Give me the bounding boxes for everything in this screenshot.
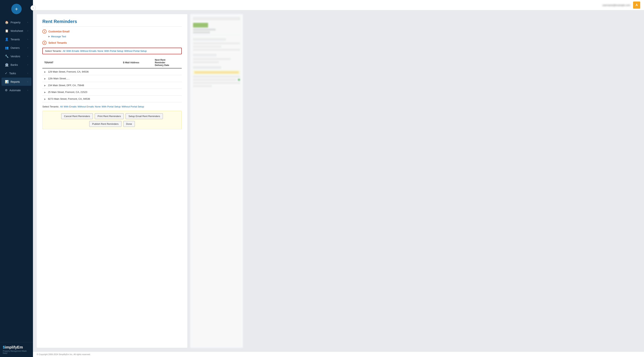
- row-expand-icon: ▶: [44, 84, 46, 87]
- sidebar-item-tenants[interactable]: 👤 Tenants ›: [2, 35, 32, 43]
- step1-header: 1 Customize Email: [42, 30, 182, 34]
- message-text-link[interactable]: Message Text: [51, 35, 66, 38]
- logo-text: implifyEm: [5, 345, 23, 349]
- filter-link-none[interactable]: None: [97, 50, 103, 52]
- tenants-table: TENANT E-Mail Address Next Rent Reminder…: [42, 57, 182, 102]
- step1-number: 1: [42, 30, 46, 34]
- sidebar-toggle-button[interactable]: ‹: [30, 5, 36, 11]
- table-row[interactable]: ▶ 234 Main Street, DFF, CA, 75648: [42, 82, 182, 89]
- bottom-filter-link-all[interactable]: All: [60, 105, 63, 108]
- chevron-right-icon-4: ›: [28, 47, 28, 49]
- tenant-delivery-date: [153, 68, 182, 75]
- table-row[interactable]: ▶ 8273 Main Street, Fremont, CA, 94536: [42, 96, 182, 102]
- chevron-right-icon-2: ›: [28, 30, 28, 32]
- tenant-email: [121, 75, 153, 82]
- setup-email-rent-reminders-button[interactable]: Setup Email Rent Reminders: [126, 113, 163, 119]
- step1-label: Customize Email: [48, 30, 70, 33]
- chevron-right-icon-3: ›: [28, 38, 28, 40]
- sidebar-item-tasks[interactable]: ✓ Tasks ›: [2, 69, 32, 77]
- sidebar-item-label-automate: Automate: [10, 89, 21, 92]
- sidebar-item-banks[interactable]: 🏦 Banks ›: [2, 61, 32, 69]
- step2-label: Select Tenants: [48, 41, 67, 44]
- tasks-icon: ✓: [5, 72, 7, 75]
- col-header-tenant: TENANT: [42, 57, 121, 68]
- main-panel: Rent Reminders 1 Customize Email ▶ Messa…: [37, 14, 187, 348]
- filter-link-without-emails[interactable]: Without Emails: [80, 50, 96, 52]
- tenant-delivery-date: [153, 96, 182, 102]
- tenant-email: [121, 82, 153, 89]
- tenant-address: ▶ 234 Main Street, DFF, CA, 75648: [42, 82, 121, 89]
- col-header-next-rent: Next Rent Reminder Delivery Date: [153, 57, 182, 68]
- table-row[interactable]: ▶ 25 Main Street, Fremont, CA, 21523: [42, 89, 182, 96]
- chevron-right-icon-7: ›: [28, 72, 28, 74]
- owners-icon: 👥: [5, 46, 9, 50]
- sidebar-item-worksheet[interactable]: 📋 Worksheet ›: [2, 27, 32, 35]
- row-expand-icon: ▶: [44, 78, 46, 80]
- sidebar-item-vendors[interactable]: 🔧 Vendors ›: [2, 52, 32, 60]
- print-rent-reminders-button[interactable]: Print Rent Reminders: [95, 113, 124, 119]
- topbar-avatar[interactable]: A: [633, 2, 640, 9]
- bottom-filter-link-with-portal[interactable]: With Portal Setup: [102, 105, 121, 108]
- tenant-address: ▶ 25 Main Street, Fremont, CA, 21523: [42, 89, 121, 96]
- sidebar-item-automate[interactable]: ⚙ Automate ›: [2, 86, 32, 94]
- chevron-right-icon-6: ›: [28, 64, 28, 66]
- content-area: Rent Reminders 1 Customize Email ▶ Messa…: [33, 10, 644, 351]
- filter-link-with-portal[interactable]: With Portal Setup: [104, 50, 123, 52]
- right-panel-section-4: [193, 66, 240, 87]
- filter-link-with-emails[interactable]: With Emails: [66, 50, 79, 52]
- bottom-filter-label: Select Tenants:: [42, 105, 59, 108]
- chevron-right-icon-9: ›: [28, 89, 28, 91]
- table-row[interactable]: ▶ 129 Main Street, Fremont, CA, 94536: [42, 68, 182, 75]
- banks-icon: 🏦: [5, 63, 9, 67]
- row-expand-icon: ▶: [44, 71, 46, 73]
- sidebar-bottom: $implifyEm Property Management Made Easy…: [0, 342, 33, 357]
- tenants-icon: 👤: [5, 38, 9, 41]
- filter-link-without-portal[interactable]: Without Portal Setup: [124, 50, 147, 52]
- footer: © Copyright 2006-2024 SimplifyEm Inc. Al…: [33, 351, 644, 357]
- chevron-right-icon-8: ›: [28, 81, 28, 83]
- cancel-rent-reminders-button[interactable]: Cancel Rent Reminders: [61, 113, 93, 119]
- top-filter-bar: Select Tenants: All With Emails Without …: [42, 48, 182, 54]
- sidebar-item-label-tenants: Tenants: [10, 38, 20, 41]
- step1-section: 1 Customize Email ▶ Message Text: [42, 30, 182, 38]
- sidebar: ‹ + 🏠 Property › 📋 Worksheet › 👤 Tenants…: [0, 0, 33, 357]
- worksheet-icon: 📋: [5, 29, 9, 33]
- right-panel-section-1: [193, 17, 240, 35]
- done-button[interactable]: Done: [123, 121, 135, 127]
- right-panel: [190, 14, 243, 348]
- right-panel-section-3: [193, 54, 240, 63]
- expand-icon: ▶: [48, 35, 50, 38]
- tenant-delivery-date: [153, 89, 182, 96]
- sidebar-item-property[interactable]: 🏠 Property ›: [2, 18, 32, 26]
- add-button[interactable]: +: [11, 4, 22, 14]
- tenant-address: ▶ 8273 Main Street, Fremont, CA, 94536: [42, 96, 121, 102]
- main-content: username@example.com A Rent Reminders 1 …: [33, 0, 644, 357]
- chevron-right-icon: ›: [28, 21, 28, 23]
- filter-link-all[interactable]: All: [63, 50, 65, 52]
- bottom-filter-link-with-emails[interactable]: With Emails: [64, 105, 77, 108]
- sidebar-item-reports[interactable]: 📊 Reports ›: [2, 78, 32, 86]
- sidebar-item-label-vendors: Vendors: [10, 55, 20, 58]
- logo-tagline: Property Management Made Easy!: [3, 350, 30, 354]
- bottom-filter-link-none[interactable]: None: [95, 105, 100, 108]
- topbar-username: username@example.com: [602, 4, 630, 7]
- vendors-icon: 🔧: [5, 55, 9, 58]
- reports-icon: 📊: [5, 80, 9, 84]
- sidebar-nav: 🏠 Property › 📋 Worksheet › 👤 Tenants › 👥…: [0, 16, 33, 342]
- footer-text: © Copyright 2006-2024 SimplifyEm Inc. Al…: [37, 353, 90, 355]
- sidebar-item-label-property: Property: [10, 21, 20, 24]
- step2-number: 2: [42, 41, 46, 45]
- tenant-email: [121, 68, 153, 75]
- publish-rent-reminders-button[interactable]: Publish Rent Reminders: [89, 121, 121, 127]
- bottom-filter-link-without-portal[interactable]: Without Portal Setup: [122, 105, 144, 108]
- sidebar-item-owners[interactable]: 👥 Owners ›: [2, 44, 32, 52]
- sidebar-item-label-tasks: Tasks: [9, 72, 16, 75]
- filter-label: Select Tenants:: [45, 50, 62, 52]
- row-expand-icon: ▶: [44, 91, 46, 93]
- topbar: username@example.com A: [33, 0, 644, 10]
- logo-dollar: $: [3, 345, 5, 349]
- table-row[interactable]: ▶ 12th Main Street, , ,: [42, 75, 182, 82]
- tenant-email: [121, 96, 153, 102]
- bottom-filter-link-without-emails[interactable]: Without Emails: [78, 105, 94, 108]
- sidebar-item-label-reports: Reports: [10, 80, 20, 83]
